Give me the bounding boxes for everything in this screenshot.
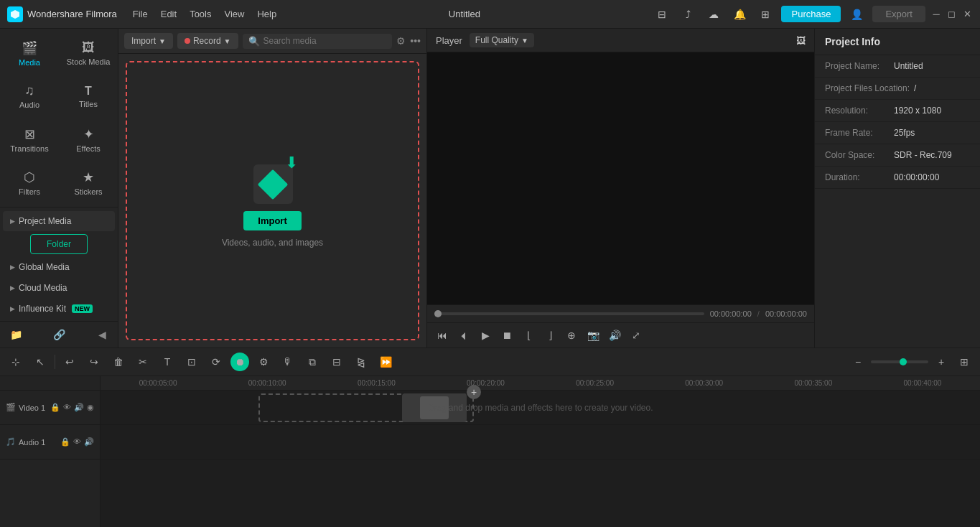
add-clip-button[interactable]: + (467, 385, 481, 399)
timeline-text-icon[interactable]: T (157, 352, 177, 372)
timeline-undo-icon[interactable]: ↩ (60, 352, 80, 372)
menu-edit[interactable]: Edit (161, 9, 177, 19)
track-volume-icon[interactable]: 🔊 (74, 403, 84, 412)
menu-view[interactable]: View (224, 9, 244, 19)
folder-label: Folder (47, 239, 71, 249)
timeline-stabilize-icon[interactable]: ⟳ (206, 352, 226, 372)
zoom-slider[interactable] (871, 360, 928, 363)
account-icon[interactable]: 👤 (846, 4, 867, 24)
timeline-grid-icon[interactable]: ⊞ (954, 352, 974, 372)
timeline-crop-icon[interactable]: ⊡ (182, 352, 202, 372)
import-dropdown-icon: ▼ (159, 37, 166, 45)
audio-mute-icon[interactable]: 🔊 (84, 437, 94, 447)
timeline-select-icon[interactable]: ⊹ (6, 352, 26, 372)
add-folder-icon[interactable]: 📁 (7, 326, 24, 343)
drop-import-button[interactable]: Import (243, 211, 301, 230)
sidebar-item-cloud-media[interactable]: ▶ Cloud Media (3, 278, 115, 298)
track-lock-icon[interactable]: 🔒 (50, 403, 60, 412)
tab-transitions[interactable]: ⊠ Transitions (0, 118, 59, 161)
tab-media-label: Media (19, 58, 40, 67)
timeline-merge-icon[interactable]: ⧎ (351, 352, 371, 372)
tab-media[interactable]: 🎬 Media (0, 32, 59, 75)
tab-effects[interactable]: ✦ Effects (59, 118, 118, 161)
timeline-delete-icon[interactable]: 🗑 (108, 352, 129, 372)
info-value-name: Untitled (894, 61, 923, 71)
track-labels: 🎬 Video 1 🔒 👁 🔊 ◉ 🎵 Audio 1 🔒 👁 (0, 376, 101, 527)
rewind-icon[interactable]: ⏮ (433, 326, 452, 345)
folder-link-icon[interactable]: 🔗 (50, 326, 67, 343)
timeline-record-icon[interactable]: ⏺ (230, 353, 249, 371)
player-label: Player (436, 35, 462, 46)
mark-out-icon[interactable]: ⌋ (541, 326, 559, 345)
time-total: 00:00:00:00 (765, 309, 807, 318)
stop-icon[interactable]: ⏹ (498, 326, 516, 345)
menu-file[interactable]: File (133, 9, 148, 19)
preview-canvas (427, 52, 814, 304)
audio-lock-icon[interactable]: 🔒 (60, 437, 70, 447)
add-to-timeline-icon[interactable]: ⊕ (562, 326, 581, 345)
notification-icon[interactable]: 🔔 (729, 4, 750, 24)
titlebar-maximize-icon[interactable]: ◻ (947, 9, 957, 19)
audio-track[interactable] (101, 425, 980, 460)
timeline-settings-icon[interactable]: ⚙ (253, 352, 274, 372)
titlebar-minimize-icon[interactable]: ─ (931, 9, 941, 19)
track-eye-icon[interactable]: 👁 (63, 403, 71, 412)
import-button[interactable]: Import ▼ (124, 33, 173, 49)
tab-stock-media[interactable]: 🖼 Stock Media (59, 32, 118, 75)
step-back-icon[interactable]: ⏴ (454, 326, 473, 345)
export-button[interactable]: Export (872, 6, 925, 22)
grid-icon[interactable]: ⊞ (755, 4, 775, 24)
tab-audio[interactable]: ♫ Audio (0, 75, 59, 118)
zoom-in-icon[interactable]: + (931, 352, 951, 372)
collapse-sidebar-icon[interactable]: ◀ (93, 326, 111, 343)
track-visibility-icon[interactable]: ◉ (87, 403, 94, 412)
share-icon[interactable]: ⤴ (678, 4, 698, 24)
video-track[interactable]: + Drag and drop media and effects here t… (101, 391, 980, 425)
quality-dropdown-icon: ▼ (521, 37, 528, 45)
sidebar-item-global-media[interactable]: ▶ Global Media (3, 257, 115, 277)
sidebar-item-influence-kit[interactable]: ▶ Influence Kit NEW (3, 299, 115, 319)
tab-titles[interactable]: T Titles (59, 75, 118, 118)
volume-icon[interactable]: 🔊 (605, 326, 624, 345)
more-options-icon[interactable]: ••• (410, 35, 421, 47)
play-icon[interactable]: ▶ (476, 326, 495, 345)
menu-tools[interactable]: Tools (190, 9, 211, 19)
ruler-mark-2: 00:00:10:00 (213, 379, 322, 387)
tab-stickers[interactable]: ★ Stickers (59, 161, 118, 204)
folder-button[interactable]: Folder (30, 234, 88, 254)
purchase-button[interactable]: Purchase (781, 6, 841, 22)
search-input[interactable] (263, 36, 387, 46)
record-label: Record (193, 36, 221, 46)
tab-filters[interactable]: ⬡ Filters (0, 161, 59, 204)
progress-bar[interactable] (434, 312, 704, 315)
titlebar-left: Wondershare Filmora File Edit Tools View… (7, 6, 276, 22)
media-drop-zone[interactable]: ⬇ Import Videos, audio, and images (126, 61, 419, 340)
tab-transitions-label: Transitions (10, 144, 48, 153)
quality-selector[interactable]: Full Quality ▼ (470, 33, 534, 47)
zoom-out-icon[interactable]: − (848, 352, 868, 372)
cloud-upload-icon[interactable]: ☁ (704, 4, 724, 24)
preview-photo-icon[interactable]: 🖼 (796, 35, 806, 46)
timeline-audio-icon[interactable]: 🎙 (278, 352, 298, 372)
mark-in-icon[interactable]: ⌊ (519, 326, 538, 345)
progress-bar-area: 00:00:00:00 / 00:00:00:00 (434, 309, 807, 318)
timeline-pointer-icon[interactable]: ↖ (30, 352, 50, 372)
audio-eye-icon[interactable]: 👁 (73, 437, 81, 447)
minimize-window-icon[interactable]: ⊟ (652, 4, 672, 24)
snapshot-icon[interactable]: 📷 (584, 326, 602, 345)
timeline-clip-icon[interactable]: ⧉ (302, 352, 322, 372)
timeline-split-icon[interactable]: ⊟ (327, 352, 347, 372)
titlebar-menu: File Edit Tools View Help (133, 9, 276, 19)
arrow-icon-4: ▶ (10, 305, 15, 312)
menu-help[interactable]: Help (257, 9, 276, 19)
video-track-icon: 🎬 (6, 403, 16, 412)
filter-icon[interactable]: ⚙ (396, 35, 406, 47)
sidebar-item-project-media[interactable]: ▶ Project Media (3, 211, 115, 231)
tab-effects-label: Effects (76, 144, 100, 153)
timeline-speed-icon[interactable]: ⏩ (375, 352, 396, 372)
timeline-cut-icon[interactable]: ✂ (133, 352, 153, 372)
fullscreen-icon[interactable]: ⤢ (627, 326, 645, 345)
record-button[interactable]: Record ▼ (177, 33, 238, 49)
timeline-redo-icon[interactable]: ↪ (84, 352, 104, 372)
titlebar-close-icon[interactable]: ✕ (963, 9, 973, 19)
